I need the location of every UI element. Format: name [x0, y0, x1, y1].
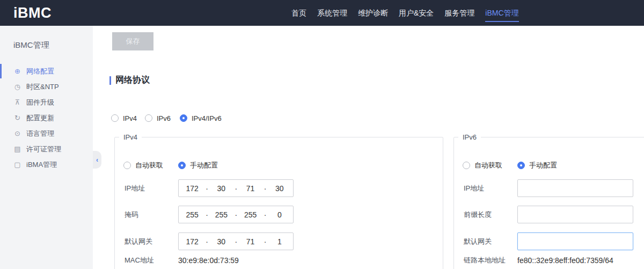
- mask-octet-1[interactable]: 255: [179, 210, 206, 219]
- ipv4-gateway-row: 默认网关 172 · 30 · 71 · 1: [125, 232, 294, 250]
- radio-label: 手动配置: [529, 161, 557, 170]
- page-title: 网络协议: [115, 75, 150, 86]
- ipv6-ip-input[interactable]: [517, 179, 633, 197]
- ibma-icon: ▢: [13, 161, 21, 169]
- chevron-left-icon: ‹: [96, 156, 98, 164]
- radio-ipv6[interactable]: IPv6: [145, 114, 171, 122]
- ipv6-radio-auto[interactable]: 自动获取: [463, 161, 502, 170]
- app-logo: iBMC: [13, 5, 52, 21]
- ipv6-prefix-input[interactable]: [517, 206, 633, 223]
- ipv6-radio-manual-circle[interactable]: [517, 162, 525, 169]
- sidebar-item-label: 语言管理: [26, 129, 54, 139]
- mask-octet-3[interactable]: 255: [237, 210, 264, 219]
- nav-item-ibmc-management[interactable]: iBMC管理: [485, 0, 518, 26]
- ipv6-gateway-input[interactable]: [517, 232, 633, 250]
- mask-octet-4[interactable]: 0: [266, 210, 293, 219]
- ipv6-gateway-row: 默认网关: [464, 232, 633, 250]
- sidebar-item-license-management[interactable]: ▤ 许可证管理: [0, 141, 93, 157]
- ip-octet-3[interactable]: 71: [237, 184, 264, 193]
- radio-ipv4-ipv6-circle[interactable]: [180, 114, 187, 122]
- gw-octet-3[interactable]: 71: [237, 237, 264, 246]
- config-update-icon: ↻: [13, 114, 21, 122]
- ip-octet-1[interactable]: 172: [179, 184, 206, 193]
- timezone-icon: ◷: [13, 83, 21, 91]
- sidebar-item-language-management[interactable]: ⊙ 语言管理: [0, 126, 93, 141]
- radio-ipv4-circle[interactable]: [111, 114, 119, 122]
- ipv6-group-legend: IPv6: [458, 133, 481, 141]
- ipv4-mask-input[interactable]: 255 · 255 · 255 · 0: [178, 206, 294, 223]
- radio-label: 自动获取: [135, 161, 163, 170]
- sidebar-item-label: 时区&NTP: [26, 82, 59, 92]
- save-button[interactable]: 保存: [112, 32, 153, 50]
- ipv6-ip-row: IP地址: [464, 179, 633, 197]
- sidebar-item-label: 许可证管理: [26, 144, 61, 154]
- radio-ipv6-circle[interactable]: [145, 114, 152, 122]
- main-navigation: 首页 系统管理 维护诊断 用户&安全 服务管理 iBMC管理: [291, 0, 519, 26]
- radio-label: IPv4/IPv6: [192, 114, 222, 122]
- ipv4-mac-label: MAC地址: [125, 256, 178, 265]
- ipv4-mask-label: 掩码: [125, 210, 178, 220]
- sidebar-item-network-config[interactable]: ⊕ 网络配置: [0, 63, 93, 79]
- ipv6-radio-manual[interactable]: 手动配置: [517, 161, 557, 170]
- top-navbar: iBMC 首页 系统管理 维护诊断 用户&安全 服务管理 iBMC管理: [0, 0, 644, 26]
- ipv4-ip-row: IP地址 172 · 30 · 71 · 30: [125, 179, 294, 197]
- ipv4-mac-value: 30:e9:8e:0d:73:59: [178, 256, 239, 265]
- ipv4-mask-row: 掩码 255 · 255 · 255 · 0: [125, 206, 294, 223]
- license-icon: ▤: [13, 145, 21, 153]
- sidebar-item-label: iBMA管理: [26, 160, 57, 170]
- ipv6-link-local-value: fe80::32e9:8eff:fe0d:7359/64: [517, 256, 613, 265]
- ipv4-mode-radio-group: 自动获取 手动配置: [123, 161, 218, 170]
- sidebar-item-ibma-management[interactable]: ▢ iBMA管理: [0, 157, 93, 172]
- nav-item-service-management[interactable]: 服务管理: [444, 0, 474, 26]
- main-content: 保存 网络协议 IPv4 IPv6 IPv4/IPv6 IPv4 自动获取: [93, 26, 644, 269]
- sidebar-title: iBMC管理: [13, 40, 93, 50]
- gw-octet-4[interactable]: 1: [266, 237, 293, 246]
- ipv4-radio-manual-circle[interactable]: [178, 162, 186, 169]
- sidebar-item-config-update[interactable]: ↻ 配置更新: [0, 110, 93, 126]
- radio-label: IPv4: [123, 114, 137, 122]
- ipv4-ip-input[interactable]: 172 · 30 · 71 · 30: [178, 179, 294, 197]
- radio-label: IPv6: [157, 114, 171, 122]
- ipv6-prefix-label: 前缀长度: [464, 210, 517, 220]
- ipv4-radio-manual[interactable]: 手动配置: [178, 161, 218, 170]
- ipv4-group: IPv4 自动获取 手动配置 IP地址 172 · 30 · 71 · 30: [114, 133, 443, 269]
- sidebar-collapse-button[interactable]: ‹: [93, 151, 101, 169]
- ip-octet-2[interactable]: 30: [208, 184, 235, 193]
- ip-octet-4[interactable]: 30: [266, 184, 293, 193]
- sidebar-item-label: 配置更新: [26, 113, 54, 123]
- sidebar-item-label: 网络配置: [26, 67, 54, 76]
- sidebar: iBMC管理 ⊕ 网络配置 ◷ 时区&NTP ⊼ 固件升级 ↻ 配置更新 ⊙ 语…: [0, 26, 93, 269]
- ipv4-gateway-label: 默认网关: [125, 237, 178, 246]
- ipv4-radio-auto-circle[interactable]: [123, 162, 131, 169]
- gw-octet-2[interactable]: 30: [208, 237, 235, 246]
- ipv6-radio-auto-circle[interactable]: [463, 162, 470, 169]
- ipv6-gateway-label: 默认网关: [464, 237, 517, 246]
- ipv4-gateway-input[interactable]: 172 · 30 · 71 · 1: [178, 232, 294, 250]
- radio-label: 自动获取: [474, 161, 502, 170]
- ipv4-radio-auto[interactable]: 自动获取: [123, 161, 163, 170]
- nav-item-maintenance-diagnosis[interactable]: 维护诊断: [358, 0, 388, 26]
- nav-item-system-management[interactable]: 系统管理: [317, 0, 347, 26]
- firmware-upgrade-icon: ⊼: [13, 98, 21, 106]
- section-header: 网络协议: [109, 75, 150, 86]
- ipv4-ip-label: IP地址: [125, 184, 178, 193]
- radio-ipv4[interactable]: IPv4: [111, 114, 137, 122]
- radio-ipv4-ipv6[interactable]: IPv4/IPv6: [180, 114, 222, 122]
- ipv6-ip-label: IP地址: [464, 184, 517, 193]
- ipv6-prefix-row: 前缀长度: [464, 206, 633, 223]
- radio-label: 手动配置: [190, 161, 218, 170]
- ipv4-mac-row: MAC地址 30:e9:8e:0d:73:59: [125, 255, 239, 266]
- ipv4-group-legend: IPv4: [119, 133, 142, 141]
- ipv6-mode-radio-group: 自动获取 手动配置: [463, 161, 557, 170]
- mask-octet-2[interactable]: 255: [208, 210, 235, 219]
- nav-item-home[interactable]: 首页: [291, 0, 306, 26]
- gw-octet-1[interactable]: 172: [179, 237, 206, 246]
- section-accent-bar: [109, 76, 111, 85]
- nav-item-user-security[interactable]: 用户&安全: [399, 0, 434, 26]
- language-icon: ⊙: [13, 129, 21, 137]
- sidebar-item-timezone-ntp[interactable]: ◷ 时区&NTP: [0, 79, 93, 94]
- ipv6-link-local-label: 链路本地地址: [464, 256, 517, 265]
- sidebar-item-firmware-upgrade[interactable]: ⊼ 固件升级: [0, 94, 93, 110]
- sidebar-item-label: 固件升级: [26, 98, 54, 107]
- ipv6-group: IPv6 自动获取 手动配置 IP地址 前缀长度 默认网关 链路本地地址: [453, 133, 644, 269]
